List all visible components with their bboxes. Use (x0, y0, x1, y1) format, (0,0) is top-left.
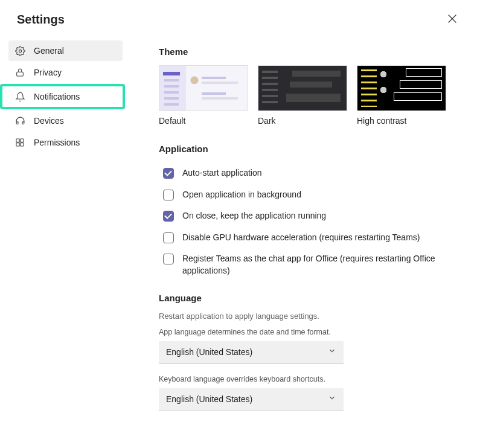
application-section-title: Application (159, 144, 465, 154)
apps-icon (14, 137, 25, 148)
svg-point-0 (19, 50, 21, 52)
theme-section-title: Theme (159, 46, 465, 57)
theme-option-default[interactable]: Default (159, 65, 248, 126)
theme-label: Default (159, 116, 248, 126)
checkbox-register-office[interactable] (163, 254, 174, 264)
lock-icon (14, 67, 25, 78)
app-language-label: App language determines the date and tim… (159, 328, 465, 336)
theme-preview-dark (258, 65, 347, 111)
select-value: English (United States) (166, 347, 252, 357)
sidebar-item-notifications[interactable]: Notifications (0, 84, 125, 109)
keyboard-language-select[interactable]: English (United States) (159, 388, 344, 411)
svg-rect-4 (16, 143, 19, 146)
checkbox-label: On close, keep the application running (182, 210, 326, 222)
svg-rect-5 (21, 143, 24, 146)
language-section-title: Language (159, 293, 465, 303)
theme-preview-high-contrast (357, 65, 446, 111)
page-title: Settings (17, 13, 65, 27)
checkbox-label: Disable GPU hardware acceleration (requi… (182, 232, 420, 244)
checkbox-label: Register Teams as the chat app for Offic… (182, 253, 448, 277)
sidebar-item-label: Permissions (34, 138, 80, 147)
close-icon (448, 16, 456, 25)
sidebar-item-permissions[interactable]: Permissions (8, 132, 123, 153)
keyboard-language-label: Keyboard language overrides keyboard sho… (159, 375, 465, 383)
checkbox-label: Open application in background (182, 189, 301, 201)
checkbox-label: Auto-start application (182, 167, 262, 179)
theme-preview-default (159, 65, 248, 111)
settings-sidebar: General Privacy Notifications Devices Pe… (0, 36, 130, 447)
checkbox-open-background[interactable] (163, 190, 174, 200)
sidebar-item-label: Devices (34, 116, 64, 126)
app-language-select[interactable]: English (United States) (159, 341, 344, 364)
checkbox-disable-gpu[interactable] (163, 232, 174, 243)
svg-rect-2 (16, 139, 19, 142)
theme-label: High contrast (357, 116, 446, 126)
sidebar-item-devices[interactable]: Devices (8, 110, 123, 131)
chevron-down-icon (328, 347, 336, 357)
language-note: Restart application to apply language se… (159, 312, 465, 321)
headset-icon (14, 115, 25, 126)
checkbox-autostart[interactable] (163, 168, 174, 179)
gear-icon (14, 45, 25, 56)
checkbox-keep-running[interactable] (163, 211, 174, 222)
svg-rect-3 (21, 139, 24, 142)
sidebar-item-label: General (34, 46, 64, 56)
theme-label: Dark (258, 116, 347, 126)
chevron-down-icon (328, 394, 336, 405)
select-value: English (United States) (166, 394, 252, 404)
theme-option-high-contrast[interactable]: High contrast (357, 65, 446, 126)
sidebar-item-label: Notifications (34, 92, 80, 101)
bell-icon (14, 91, 25, 102)
settings-main: Theme Default Dark High contrast Applica… (130, 36, 477, 447)
sidebar-item-label: Privacy (34, 68, 62, 77)
sidebar-item-general[interactable]: General (8, 40, 123, 61)
svg-rect-1 (17, 72, 24, 76)
sidebar-item-privacy[interactable]: Privacy (8, 62, 123, 83)
close-button[interactable] (444, 11, 460, 28)
theme-option-dark[interactable]: Dark (258, 65, 347, 126)
